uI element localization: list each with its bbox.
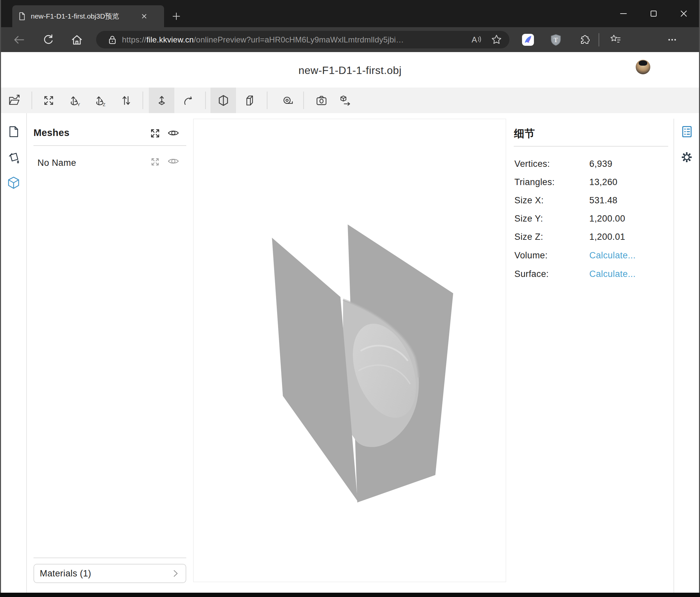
measure-button[interactable]	[275, 88, 301, 113]
home-icon	[71, 33, 83, 46]
shield-t-icon: T	[549, 33, 562, 46]
favorite-star-icon[interactable]	[490, 33, 503, 46]
export-model-button[interactable]	[332, 88, 358, 113]
toolbar-separator	[303, 92, 304, 109]
eye-icon	[167, 155, 179, 167]
details-row: Vertices: 6,939	[515, 159, 670, 170]
up-axis-button[interactable]	[149, 88, 174, 113]
mesh-item-label[interactable]: No Name	[38, 158, 76, 168]
meshes-fit-all-button[interactable]	[149, 127, 161, 139]
new-tab-button[interactable]	[171, 11, 182, 22]
calculate-surface-link[interactable]: Calculate...	[589, 269, 636, 279]
collections-button[interactable]	[605, 27, 625, 52]
materials-button[interactable]: Materials (1)	[33, 564, 186, 583]
right-rail-separator	[674, 119, 674, 593]
maximize-icon	[648, 8, 659, 19]
details-row: Surface: Calculate...	[515, 269, 670, 280]
open-model-button[interactable]	[1, 88, 27, 113]
svg-text:A: A	[472, 35, 477, 44]
meshes-visibility-button[interactable]	[167, 127, 179, 139]
details-row: Triangles: 13,260	[515, 177, 670, 188]
window-bottom-edge	[0, 593, 700, 597]
details-separator	[514, 146, 668, 147]
browser-tab[interactable]: new-F1-D1-1-first.obj3D预览	[12, 5, 164, 27]
orbit-button[interactable]	[175, 88, 201, 113]
shading-split-icon	[217, 94, 230, 107]
meshes-tab-active[interactable]	[7, 176, 21, 190]
model-viewport[interactable]	[193, 119, 506, 582]
window-maximize-button[interactable]	[643, 3, 664, 24]
favorites-list-icon	[609, 33, 622, 46]
tab-favicon-document-icon	[18, 12, 26, 21]
shield-extension-button[interactable]: T	[546, 27, 566, 52]
details-list-icon	[679, 124, 694, 139]
bounding-box-button[interactable]	[236, 88, 262, 113]
refresh-icon	[42, 33, 55, 46]
up-axis-icon	[155, 94, 168, 107]
svg-text:Y: Y	[77, 102, 80, 106]
close-icon	[678, 8, 689, 19]
left-plane	[272, 238, 357, 501]
mesh-item-fit-button[interactable]	[149, 156, 161, 168]
materials-tab[interactable]	[7, 151, 21, 165]
screenshot-button[interactable]	[308, 88, 334, 113]
left-rail	[1, 113, 27, 593]
detail-label: Volume:	[515, 250, 548, 261]
bounding-box-icon	[243, 94, 256, 107]
details-row: Size Z: 1,200.01	[515, 232, 670, 243]
flip-vertical-icon	[120, 94, 132, 107]
detail-value: 6,939	[589, 159, 612, 169]
details-row: Volume: Calculate...	[515, 250, 670, 262]
refresh-button[interactable]	[39, 27, 58, 52]
calculate-volume-link[interactable]: Calculate...	[589, 250, 636, 261]
url-text: https://file.kkview.cn/onlinePreview?url…	[122, 35, 404, 44]
url-path: /onlinePreview?url=aHR0cHM6Ly9maWxlLmtrd…	[194, 35, 404, 44]
file-info-tab[interactable]	[7, 125, 21, 139]
window-minimize-button[interactable]	[613, 3, 634, 24]
toolbar-separator	[143, 92, 143, 109]
detail-label: Size Y:	[515, 214, 543, 224]
back-arrow-icon	[12, 33, 25, 46]
detail-label: Size X:	[515, 195, 544, 206]
materials-button-label: Materials (1)	[40, 569, 171, 579]
shading-mode-button[interactable]	[210, 88, 236, 113]
page-title: new-F1-D1-1-first.obj	[0, 64, 700, 77]
rotate-z-icon: Z	[95, 94, 107, 107]
back-button[interactable]	[9, 27, 29, 52]
rotate-y-button[interactable]: Y	[62, 88, 88, 113]
more-ellipsis-icon	[666, 33, 679, 46]
lock-icon[interactable]	[107, 35, 117, 45]
details-tab-active[interactable]	[679, 124, 695, 140]
window-close-button[interactable]	[674, 3, 694, 24]
fit-view-icon	[43, 94, 55, 107]
mesh-item-visibility-button[interactable]	[167, 155, 179, 167]
viewer-toolbar: Y Z	[0, 88, 700, 113]
detail-label: Size Z:	[515, 232, 543, 242]
fit-view-button[interactable]	[36, 88, 61, 113]
detail-label: Surface:	[515, 269, 549, 279]
details-row: Size Y: 1,200.00	[515, 214, 670, 225]
settings-more-button[interactable]	[662, 27, 682, 52]
chevron-right-icon	[171, 569, 180, 578]
extensions-button[interactable]	[574, 27, 594, 52]
rotate-z-button[interactable]: Z	[88, 88, 114, 113]
camera-icon	[315, 94, 328, 107]
browser-navbar: https://file.kkview.cn/onlinePreview?url…	[0, 27, 700, 52]
window-border	[0, 0, 1, 597]
detail-value: 1,200.00	[589, 214, 625, 224]
viewer-settings-button[interactable]	[679, 149, 695, 165]
svg-text:Z: Z	[102, 102, 105, 106]
expand-arrows-icon	[149, 128, 161, 139]
thunder-extension-button[interactable]	[518, 27, 538, 52]
details-row: Size X: 531.48	[515, 195, 670, 207]
detail-value: 1,200.01	[589, 232, 625, 242]
home-button[interactable]	[67, 27, 87, 52]
puzzle-icon	[577, 33, 591, 46]
address-bar[interactable]: https://file.kkview.cn/onlinePreview?url…	[96, 31, 509, 48]
tab-close-icon[interactable]	[140, 12, 148, 20]
svg-text:T: T	[554, 37, 558, 44]
read-aloud-icon[interactable]: A	[469, 33, 482, 46]
toolbar-separator	[205, 92, 206, 109]
eye-icon	[167, 126, 179, 140]
flip-vertical-button[interactable]	[114, 88, 139, 113]
